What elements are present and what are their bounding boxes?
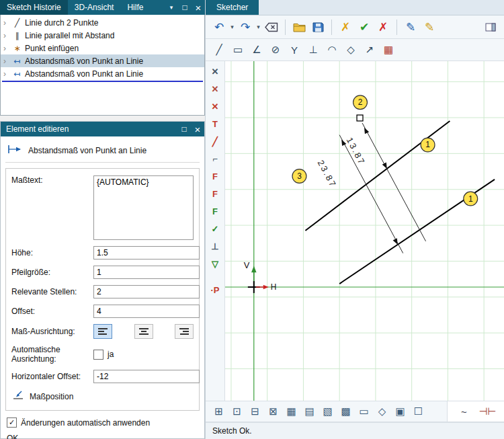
zoom-minus-button[interactable]: ⊟: [247, 403, 263, 420]
dimension-text-1[interactable]: 13.87: [344, 136, 367, 167]
view-square-button[interactable]: ▣: [392, 403, 409, 420]
history-menu-caret-icon[interactable]: ▾: [165, 4, 178, 11]
pfeilgroesse-row: Pfeilgröße:: [11, 266, 194, 279]
smooth-toggle-button[interactable]: ~: [456, 403, 472, 420]
triangle-constraint-button[interactable]: ▽: [207, 256, 223, 272]
check-constraint-button[interactable]: ✓: [207, 221, 223, 237]
history-tree[interactable]: ›╱Linie durch 2 Punkte›∥Linie parallel m…: [0, 15, 205, 116]
align-center-button[interactable]: [134, 324, 153, 339]
horizontaler-offset-input[interactable]: [93, 370, 200, 383]
open-file-button[interactable]: [290, 18, 308, 36]
redo-button[interactable]: ↷: [237, 18, 254, 36]
view-empty-button[interactable]: ☐: [410, 403, 427, 420]
perpendicular-constraint-button[interactable]: ⊥: [207, 239, 223, 254]
masstext-input[interactable]: {AUTOMATIC}: [93, 175, 194, 240]
angle-tool-button[interactable]: ∠: [248, 41, 265, 58]
history-item-5[interactable]: ›↤Abstandsmaß von Punkt an Linie: [1, 67, 204, 80]
undo-button-caret-icon[interactable]: ▾: [229, 24, 235, 30]
sketch-svg[interactable]: V H: [225, 61, 504, 401]
expand-chevron-icon[interactable]: ›: [3, 18, 9, 28]
balloon-point[interactable]: 2: [353, 95, 368, 110]
zoom-window-button[interactable]: ⊡: [228, 403, 245, 420]
confirm-button[interactable]: ✔: [355, 18, 373, 36]
edit-maximize-button[interactable]: □: [177, 124, 191, 134]
snap-x1-button[interactable]: ✕: [207, 64, 223, 79]
fix-length-constraint-button[interactable]: F: [207, 204, 223, 219]
edit-titlebar[interactable]: Element editieren □ ×: [1, 122, 204, 136]
history-titlebar[interactable]: Sketch Historie 3D-Ansicht Hilfe ▾ □ ×: [0, 0, 205, 15]
history-item-4[interactable]: ›↤Abstandsmaß von Punkt an Linie: [1, 54, 204, 67]
relevante-stellen-label: Relevante Stellen:: [11, 287, 93, 296]
hoehe-input[interactable]: [93, 246, 200, 260]
horizontaler-offset-row: Horizontaler Offset:: [11, 370, 194, 383]
balloon-line1[interactable]: 1: [421, 138, 435, 152]
snap-x3-button[interactable]: ✕: [207, 99, 223, 114]
relevante-stellen-input[interactable]: [93, 285, 200, 298]
chamfer-tool-button[interactable]: ◇: [342, 41, 360, 58]
fix-angle-constraint-button[interactable]: F: [207, 186, 223, 202]
edit-pencil-button[interactable]: ✎: [402, 18, 419, 36]
dimension-text-2[interactable]: 23.87: [316, 159, 339, 190]
zoom-select-button[interactable]: ⊠: [265, 403, 282, 420]
view-rows-button[interactable]: ▤: [301, 403, 318, 420]
sketch-canvas[interactable]: V H: [225, 61, 504, 401]
arc-tool-button[interactable]: ◠: [323, 41, 341, 58]
backspace-button[interactable]: [263, 18, 280, 36]
pfeilgroesse-input[interactable]: [93, 266, 200, 279]
corner-constraint-button[interactable]: ⌐: [207, 151, 223, 167]
view-grid-button[interactable]: ▦: [283, 403, 300, 420]
grid-tool-button[interactable]: ▦: [380, 41, 397, 58]
view-hatch-button[interactable]: ▧: [319, 403, 336, 420]
tab-hilfe[interactable]: Hilfe: [120, 0, 150, 15]
endpoints-toggle-button[interactable]: ⊣⊢: [479, 403, 496, 420]
view-rect-button[interactable]: ▭: [355, 403, 372, 420]
point-display-button[interactable]: ·P: [207, 282, 223, 298]
cancel-button[interactable]: ✗: [374, 18, 392, 36]
balloon-line2[interactable]: 1: [464, 192, 478, 206]
save-button[interactable]: [309, 18, 327, 36]
edit-pencil-alt-button[interactable]: ✎: [421, 18, 438, 36]
edit-panel-body: Abstandsmaß von Punkt an Linie Maßtext: …: [1, 136, 204, 438]
apply-checkbox[interactable]: [7, 417, 17, 428]
view-dense-button[interactable]: ▩: [337, 403, 354, 420]
tab-3d-ansicht[interactable]: 3D-Ansicht: [68, 0, 121, 15]
panel-toggle-button[interactable]: [482, 18, 499, 36]
dimension-line-2[interactable]: [339, 135, 403, 253]
undo-button[interactable]: ↶: [210, 18, 228, 36]
redo-button-caret-icon[interactable]: ▾: [255, 24, 261, 30]
align-right-button[interactable]: [175, 324, 194, 339]
tab-sketcher[interactable]: Sketcher: [206, 0, 259, 15]
expand-chevron-icon[interactable]: ›: [3, 31, 9, 40]
history-item-1[interactable]: ›╱Linie durch 2 Punkte: [1, 16, 204, 29]
align-left-button[interactable]: [93, 324, 112, 339]
history-maximize-button[interactable]: □: [178, 3, 192, 12]
view-diamond-button[interactable]: ◇: [374, 403, 390, 420]
tab-sketch-historie[interactable]: Sketch Historie: [0, 0, 68, 15]
perpendicular-tool-button[interactable]: ⊥: [304, 41, 322, 58]
branch-tool-button[interactable]: Y: [286, 41, 303, 58]
offset-input[interactable]: [93, 305, 200, 318]
rectangle-tool-button[interactable]: ▭: [229, 41, 247, 58]
angle-constraint-button[interactable]: ╱: [207, 134, 223, 149]
polyline-tool-button[interactable]: ╱: [210, 41, 228, 58]
expand-chevron-icon[interactable]: ›: [3, 56, 9, 66]
automatische-ausrichtung-checkbox[interactable]: [93, 350, 103, 360]
edit-close-button[interactable]: ×: [191, 124, 204, 135]
expand-chevron-icon[interactable]: ›: [3, 69, 9, 79]
history-close-button[interactable]: ×: [192, 2, 205, 13]
dimension-line-1[interactable]: [362, 123, 426, 241]
fix-point-constraint-button[interactable]: F: [207, 169, 223, 184]
massposition-row[interactable]: Maßposition: [11, 389, 194, 403]
sketch-point[interactable]: [357, 115, 363, 121]
balloon-dimension[interactable]: 3: [292, 169, 306, 184]
history-item-2[interactable]: ›∥Linie parallel mit Abstand: [1, 29, 204, 42]
point-line-tool-button[interactable]: ↗: [361, 41, 378, 58]
expand-chevron-icon[interactable]: ›: [3, 44, 9, 53]
history-item-3[interactable]: ›∗Punkt einfügen: [1, 42, 204, 54]
snap-x2-button[interactable]: ✕: [207, 81, 223, 97]
zoom-fit-button[interactable]: ⊞: [210, 403, 227, 420]
circle-tool-button[interactable]: ⊘: [267, 41, 284, 58]
ok-button[interactable]: OK: [5, 428, 200, 439]
tangent-constraint-button[interactable]: T: [207, 116, 223, 132]
delete-element-button[interactable]: ✗: [337, 18, 354, 36]
